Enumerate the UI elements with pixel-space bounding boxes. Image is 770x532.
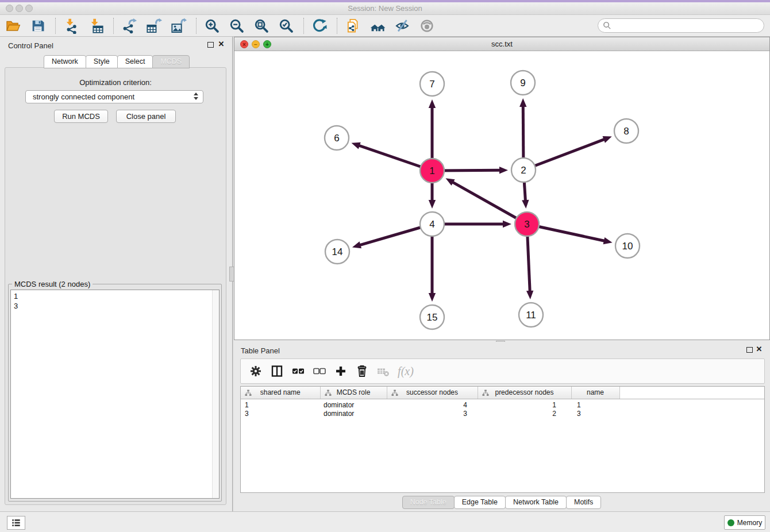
graph-node-8[interactable]: 8 [614, 119, 638, 143]
table-row[interactable]: 3dominator323 [241, 409, 764, 418]
graph-edge-3-1[interactable] [446, 178, 527, 224]
table-cell[interactable]: dominator [320, 399, 387, 409]
window-title: Session: New Session [0, 4, 770, 13]
table-cell[interactable]: 1 [478, 399, 571, 409]
control-panel: Control Panel NetworkStyleSelectMCDS Opt… [0, 37, 232, 511]
import-network-icon[interactable] [63, 17, 80, 34]
import-table-icon[interactable] [87, 17, 105, 34]
apply-layout-icon[interactable] [311, 17, 328, 34]
zoom-fit-icon[interactable] [253, 17, 270, 34]
select-all-columns-icon[interactable] [289, 362, 307, 380]
graph-node-7[interactable]: 7 [420, 72, 444, 96]
network-canvas[interactable]: 7968124314101511 [234, 51, 769, 340]
mcds-result-text[interactable]: 1 3 [10, 290, 220, 499]
tab-node-table[interactable]: Node Table [402, 496, 455, 509]
node-table[interactable]: shared nameMCDS rolesuccessor nodesprede… [240, 386, 765, 493]
column-header-successor-nodes[interactable]: successor nodes [387, 387, 478, 399]
tab-select[interactable]: Select [117, 55, 153, 68]
deselect-all-columns-icon[interactable] [310, 362, 329, 380]
add-column-icon[interactable] [332, 362, 350, 380]
table-cell[interactable]: dominator [320, 409, 387, 418]
graph-node-14[interactable]: 14 [325, 240, 349, 264]
network-overview-icon[interactable] [369, 17, 386, 34]
tab-network-table[interactable]: Network Table [505, 496, 567, 509]
svg-text:9: 9 [520, 78, 525, 88]
close-table-panel-icon[interactable] [755, 345, 763, 353]
network-view-window: × − + scc.txt 7968124314101511 [234, 37, 770, 340]
zoom-selected-icon[interactable] [278, 17, 295, 34]
table-cell[interactable]: 3 [571, 409, 619, 418]
zoom-in-icon[interactable] [203, 17, 221, 34]
open-session-icon[interactable] [5, 17, 22, 34]
float-table-panel-icon[interactable] [746, 347, 753, 353]
memory-button[interactable]: Memory [724, 515, 765, 530]
hide-panels-icon[interactable] [394, 17, 411, 34]
table-cell[interactable]: 1 [241, 399, 320, 409]
show-panels-icon[interactable] [418, 17, 436, 34]
float-panel-icon[interactable] [207, 42, 214, 48]
criterion-value: strongly connected component [33, 92, 134, 101]
column-type-icon [482, 390, 489, 396]
table-cell-filler [619, 399, 764, 409]
network-window-title: scc.txt [234, 40, 769, 48]
task-history-button[interactable] [7, 516, 25, 530]
graph-edge-2-8[interactable] [523, 136, 612, 170]
svg-text:3: 3 [524, 219, 529, 230]
svg-text:15: 15 [427, 312, 438, 323]
graph-node-15[interactable]: 15 [420, 305, 444, 329]
table-cell[interactable]: 4 [387, 399, 478, 409]
graph-node-1[interactable]: 1 [420, 159, 444, 183]
column-layout-icon[interactable] [268, 362, 286, 380]
svg-text:2: 2 [521, 165, 526, 176]
tab-edge-table[interactable]: Edge Table [454, 496, 506, 509]
search-box[interactable] [598, 18, 764, 33]
export-image-icon[interactable] [170, 17, 187, 34]
svg-text:14: 14 [332, 246, 343, 257]
delete-table-icon[interactable] [374, 362, 392, 380]
column-header-name[interactable]: name [571, 387, 619, 399]
graph-node-9[interactable]: 9 [511, 71, 535, 95]
application-window: Session: New Session [0, 0, 770, 532]
tab-style[interactable]: Style [86, 55, 118, 68]
graph-node-11[interactable]: 11 [519, 303, 543, 327]
graph-node-3[interactable]: 3 [515, 212, 539, 236]
graph-node-4[interactable]: 4 [420, 212, 444, 236]
settings-gear-icon[interactable] [247, 362, 265, 380]
close-panel-icon[interactable] [217, 40, 225, 48]
delete-column-icon[interactable] [353, 362, 371, 380]
close-panel-button[interactable]: Close panel [116, 110, 176, 123]
export-network-icon[interactable] [121, 17, 138, 34]
titlebar: Session: New Session [0, 2, 770, 15]
graph-node-2[interactable]: 2 [511, 158, 536, 182]
column-header-predecessor-nodes[interactable]: predecessor nodes [478, 387, 571, 399]
table-row[interactable]: 1dominator411 [241, 399, 764, 409]
table-cell[interactable]: 1 [571, 399, 619, 409]
search-input[interactable] [614, 20, 764, 32]
graph-edge-1-6[interactable] [352, 142, 432, 171]
function-builder-icon[interactable]: f(x) [395, 362, 414, 380]
svg-text:6: 6 [334, 133, 339, 144]
table-cell[interactable]: 2 [478, 409, 571, 418]
tab-network[interactable]: Network [44, 55, 86, 68]
tab-mcds[interactable]: MCDS [152, 55, 190, 68]
graph-node-6[interactable]: 6 [325, 126, 349, 150]
network-window-titlebar[interactable]: × − + scc.txt [234, 37, 769, 51]
tab-motifs[interactable]: Motifs [566, 496, 601, 509]
clone-network-icon[interactable] [344, 17, 361, 34]
graph-node-10[interactable]: 10 [615, 234, 640, 258]
save-session-icon[interactable] [29, 17, 47, 34]
zoom-out-icon[interactable] [228, 17, 245, 34]
task-list-icon [10, 517, 22, 529]
svg-text:11: 11 [526, 310, 536, 321]
export-table-icon[interactable] [145, 17, 163, 34]
column-header-shared-name[interactable]: shared name [241, 387, 320, 399]
result-scrollbar[interactable] [212, 290, 219, 498]
table-cell[interactable]: 3 [387, 409, 478, 418]
criterion-select[interactable]: strongly connected component [25, 90, 203, 103]
table-cell[interactable]: 3 [241, 409, 320, 418]
toolbar-separator [196, 18, 197, 34]
run-mcds-button[interactable]: Run MCDS [54, 110, 108, 123]
table-toolbar: f(x) [240, 358, 765, 384]
column-header-MCDS-role[interactable]: MCDS role [320, 387, 387, 399]
graph-edge-3-10[interactable] [527, 224, 613, 244]
